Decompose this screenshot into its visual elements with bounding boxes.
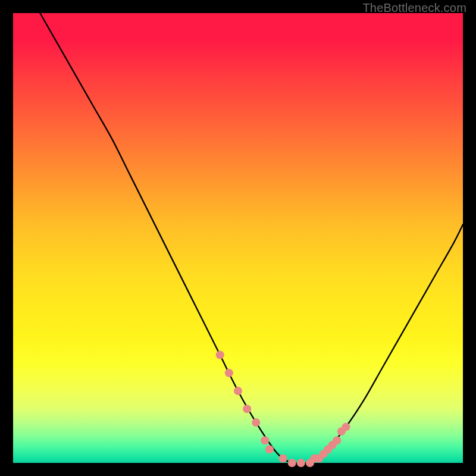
highlight-dot	[297, 459, 305, 467]
highlight-dot	[243, 405, 251, 413]
highlight-dot	[288, 459, 296, 467]
highlight-dots	[216, 351, 350, 467]
highlight-dot	[216, 351, 224, 359]
highlight-dot	[333, 436, 341, 444]
highlight-dot	[252, 418, 260, 427]
chart-frame: TheBottleneck.com	[0, 0, 476, 476]
highlight-dot	[234, 387, 242, 395]
highlight-dot	[265, 445, 274, 453]
highlight-dot	[279, 454, 287, 462]
bottleneck-curve	[40, 13, 463, 464]
highlight-dot	[342, 423, 350, 431]
curve-svg	[13, 13, 463, 463]
highlight-dot	[225, 369, 233, 377]
plot-area	[13, 13, 463, 463]
highlight-dot	[261, 436, 269, 444]
watermark-text: TheBottleneck.com	[362, 1, 466, 15]
